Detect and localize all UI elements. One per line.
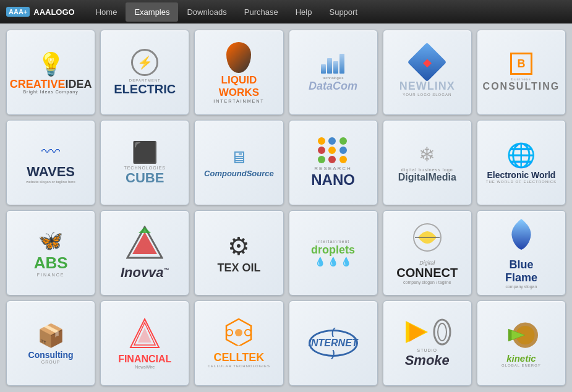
nano-text: NANO [311, 171, 355, 189]
logo-card-liquidworks[interactable]: LIQUID WORKS INTERTAINMENT [194, 30, 283, 115]
dconnect-sub: company slogan / tagline [403, 280, 451, 284]
logo-card-abs[interactable]: 🦋 ABS FINANCE [6, 210, 95, 296]
newlinx-diamond-icon [408, 43, 447, 82]
liquidworks-text: LIQUID WORKS [200, 74, 278, 99]
logo-area: AAA+ AAALOGO [6, 7, 75, 17]
logo-card-digitalmedia[interactable]: ❄ digital business logo DigitalMedia [383, 120, 472, 205]
main-content: 💡 CREATIVEIDEA Bright Ideas Company DEPA… [0, 23, 572, 392]
logo-card-consgroup[interactable]: 📦 Consulting GROUP [6, 300, 95, 386]
electric-icon [131, 49, 158, 76]
liquid-drop-icon [226, 42, 251, 73]
celltek-hex-icon [223, 318, 254, 350]
kinetic-icon [504, 320, 538, 353]
blueflame-icon [509, 218, 534, 257]
texoil-text: TEX OIL [217, 262, 260, 275]
electronic-globe-icon: 🌐 [506, 142, 536, 169]
smoke-text: Smoke [405, 352, 450, 369]
source-icon: 🖥 [230, 147, 247, 168]
logo-text: AAALOGO [33, 7, 74, 17]
nav-examples[interactable]: Examples [126, 2, 178, 22]
logo-card-waves[interactable]: 〰 WAVES website slogan or tagline here [6, 120, 95, 205]
electric-text: ELECTRIC [114, 82, 176, 96]
droplets-entertain: intertainment [317, 239, 349, 244]
inovva-triangle-icon [126, 226, 163, 262]
electronic-text: Electronic World [487, 170, 555, 180]
logo-card-newlinx[interactable]: NEWLINX YOUR LOGO SLOGAN [383, 30, 472, 115]
blueflame-sub: company slogan [505, 284, 537, 289]
datacom-text: DataCom [309, 80, 357, 93]
logo-card-smoke[interactable]: STUDIO Smoke [383, 300, 472, 386]
nav-purchase[interactable]: Purchase [236, 2, 287, 22]
logo-card-electric[interactable]: DEPARTMENT ELECTRIC [100, 30, 189, 115]
svg-marker-13 [409, 323, 425, 342]
blueflame-text: BlueFlame [505, 258, 537, 284]
dconnect-digital: Digital [419, 260, 435, 266]
logo-card-blueflame[interactable]: BlueFlame company slogan [477, 210, 566, 296]
svg-point-11 [245, 330, 251, 336]
electronic-sub: THE WORLD OF ELECTRONICS [486, 180, 557, 184]
logo-card-source[interactable]: 🖥 CompoundSource [194, 120, 283, 205]
logo-card-cube[interactable]: ⬛ TECHNOLOGIES CUBE [100, 120, 189, 205]
nav-downloads[interactable]: Downloads [178, 2, 235, 22]
smoke-studio: STUDIO [417, 348, 437, 352]
newlinx-slogan: YOUR LOGO SLOGAN [403, 93, 451, 96]
celltek-text: CELLTEK [214, 351, 265, 364]
creative-idea-text: CREATIVEIDEA [10, 79, 92, 90]
navbar: AAA+ AAALOGO Home Examples Downloads Pur… [0, 0, 572, 23]
cube-icon: ⬛ [132, 140, 158, 164]
logo-badge: AAA+ [6, 7, 30, 17]
kinetic-text: kinetic [506, 353, 536, 364]
internet-text: ( INTERNET ) [309, 326, 358, 360]
consgroup-3d-icon: 📦 [37, 323, 65, 349]
logo-card-inovva[interactable]: Inovva™ [100, 210, 189, 296]
cube-tech: TECHNOLOGIES [124, 166, 166, 170]
financial-text: FINANCIAL [118, 354, 171, 365]
nano-research: RESEARCH [314, 166, 351, 171]
droplets-text: droplets [311, 244, 355, 257]
logo-card-nano[interactable]: RESEARCH NANO [289, 120, 378, 205]
smoke-icon [403, 318, 451, 346]
dconnect-icon [412, 222, 443, 258]
consgroup-text: Consulting [28, 350, 74, 360]
newlinx-text: NEWLINX [399, 80, 455, 93]
logo-card-consulting[interactable]: business CONSULTING [477, 30, 566, 115]
waves-text: WAVES [27, 164, 75, 180]
logo-card-droplets[interactable]: intertainment droplets 💧 💧 💧 [289, 210, 378, 296]
inovva-text: Inovva™ [121, 265, 169, 281]
logo-grid: 💡 CREATIVEIDEA Bright Ideas Company DEPA… [6, 30, 566, 386]
logo-card-internet[interactable]: ( INTERNET ) [289, 300, 378, 386]
source-text: CompoundSource [204, 169, 274, 178]
digitalmedia-text: DigitalMedia [398, 172, 456, 183]
digitalmedia-digital: digital business logo [401, 168, 453, 172]
logo-card-dconnect[interactable]: Digital CONNECT company slogan / tagline [383, 210, 472, 296]
logo-card-financial[interactable]: FINANCIAL NewsWire [100, 300, 189, 386]
logo-card-texoil[interactable]: ⚙ TEX OIL [194, 210, 283, 296]
internet-oval-icon: ( INTERNET ) [309, 330, 358, 357]
nav-help[interactable]: Help [287, 2, 321, 22]
logo-card-datacom[interactable]: technologies DataCom [289, 30, 378, 115]
logo-card-kinetic[interactable]: kinetic GLOBAL ENERGY [477, 300, 566, 386]
creative-idea-slogan: Bright Ideas Company [23, 90, 78, 94]
digitalmedia-icon: ❄ [419, 143, 435, 166]
nav-home[interactable]: Home [87, 2, 126, 22]
liquidworks-sub: INTERTAINMENT [213, 99, 264, 103]
nav-items: Home Examples Downloads Purchase Help Su… [87, 2, 366, 22]
texoil-gear-icon: ⚙ [228, 232, 250, 260]
abs-sub: FINANCE [37, 273, 65, 277]
nav-support[interactable]: Support [320, 2, 366, 22]
logo-card-celltek[interactable]: CELLTEK CELLULAR TECHNOLOGIES [194, 300, 283, 386]
consgroup-sub: GROUP [41, 360, 61, 364]
bulb-icon: 💡 [37, 51, 65, 77]
svg-point-9 [235, 329, 242, 336]
financial-triangle-icon [129, 318, 160, 351]
logo-card-electronic[interactable]: 🌐 Electronic World THE WORLD OF ELECTRON… [477, 120, 566, 205]
waves-sub: website slogan or tagline here [26, 180, 75, 184]
logo-card-creative-idea[interactable]: 💡 CREATIVEIDEA Bright Ideas Company [6, 30, 95, 115]
cube-text: CUBE [126, 170, 164, 186]
svg-point-15 [438, 323, 446, 341]
svg-marker-2 [139, 227, 151, 233]
consulting-box-icon [510, 53, 532, 75]
svg-point-10 [226, 330, 233, 336]
waves-icon: 〰 [41, 142, 60, 163]
consulting-text: CONSULTING [483, 81, 560, 92]
